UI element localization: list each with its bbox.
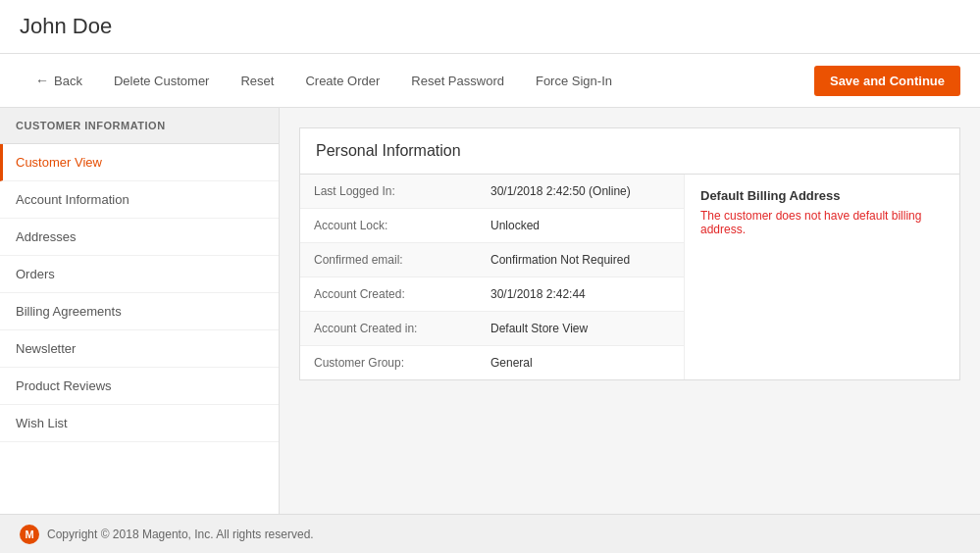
sidebar-item-addresses[interactable]: Addresses [0,219,279,256]
table-row: Customer Group: General [300,346,684,379]
main-container: Customer Information Customer View Accou… [0,108,980,514]
billing-panel: Default Billing Address The customer doe… [685,175,959,379]
personal-information-section: Personal Information Last Logged In: 30/… [299,127,960,380]
row-value: General [477,346,546,379]
billing-message: The customer does not have default billi… [700,209,944,236]
row-label: Account Lock: [300,209,477,242]
page-footer: M Copyright © 2018 Magento, Inc. All rig… [0,514,980,553]
content-area: Personal Information Last Logged In: 30/… [280,108,980,514]
row-value: Default Store View [477,312,601,345]
sidebar-item-wish-list[interactable]: Wish List [0,405,279,442]
sidebar-item-account-information[interactable]: Account Information [0,181,279,219]
table-row: Confirmed email: Confirmation Not Requir… [300,243,684,277]
force-signin-button[interactable]: Force Sign-In [520,66,628,96]
create-order-button[interactable]: Create Order [289,66,395,96]
row-value: 30/1/2018 2:42:50 (Online) [477,175,645,208]
row-label: Last Logged In: [300,175,477,208]
back-arrow-icon: ← [35,73,49,88]
table-row: Account Created in: Default Store View [300,312,684,346]
row-label: Account Created in: [300,312,477,345]
row-value: Unlocked [477,209,553,242]
page-title: John Doe [20,14,960,39]
row-value: 30/1/2018 2:42:44 [477,277,599,311]
reset-password-button[interactable]: Reset Password [395,66,520,96]
info-table: Last Logged In: 30/1/2018 2:42:50 (Onlin… [300,175,685,379]
magento-icon: M [20,525,39,544]
reset-button[interactable]: Reset [225,66,289,96]
footer-copyright: Copyright © 2018 Magento, Inc. All right… [47,528,314,541]
row-value: Confirmation Not Required [477,243,644,276]
sidebar-item-orders[interactable]: Orders [0,256,279,293]
row-label: Account Created: [300,277,477,311]
page-header: John Doe [0,0,980,54]
table-row: Account Created: 30/1/2018 2:42:44 [300,277,684,312]
sidebar-item-product-reviews[interactable]: Product Reviews [0,368,279,405]
back-button[interactable]: ← Back [20,65,98,96]
table-row: Last Logged In: 30/1/2018 2:42:50 (Onlin… [300,175,684,209]
sidebar-item-customer-view[interactable]: Customer View [0,144,279,181]
section-title: Personal Information [300,128,959,175]
sidebar-header: Customer Information [0,108,279,144]
sidebar-item-newsletter[interactable]: Newsletter [0,330,279,368]
delete-customer-button[interactable]: Delete Customer [98,66,226,96]
table-row: Account Lock: Unlocked [300,209,684,243]
sidebar: Customer Information Customer View Accou… [0,108,280,514]
row-label: Confirmed email: [300,243,477,276]
toolbar: ← Back Delete Customer Reset Create Orde… [0,54,980,108]
sidebar-item-billing-agreements[interactable]: Billing Agreements [0,293,279,330]
billing-title: Default Billing Address [700,188,944,203]
save-continue-button[interactable]: Save and Continue [814,66,960,96]
section-body: Last Logged In: 30/1/2018 2:42:50 (Onlin… [300,175,959,379]
row-label: Customer Group: [300,346,477,379]
